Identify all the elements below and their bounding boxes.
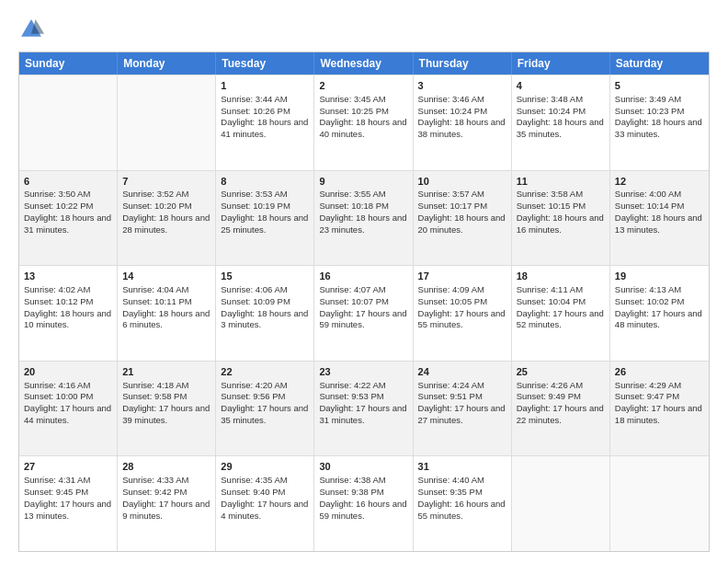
- day-number: 1: [221, 79, 309, 93]
- day-info: Sunset: 10:12 PM: [24, 296, 112, 308]
- day-info: Sunrise: 3:57 AM: [418, 189, 506, 201]
- day-number: 13: [24, 270, 112, 283]
- calendar-page: SundayMondayTuesdayWednesdayThursdayFrid…: [0, 0, 728, 563]
- day-info: Sunrise: 3:45 AM: [319, 94, 407, 106]
- day-number: 20: [24, 365, 112, 379]
- day-info: Daylight: 18 hours and 13 minutes.: [615, 213, 704, 236]
- day-info: Daylight: 17 hours and 9 minutes.: [122, 499, 210, 523]
- day-number: 9: [319, 175, 407, 189]
- day-info: Daylight: 18 hours and 40 minutes.: [319, 117, 407, 141]
- calendar-cell: 16Sunrise: 4:07 AMSunset: 10:07 PMDaylig…: [314, 266, 413, 361]
- day-info: Sunrise: 3:55 AM: [319, 189, 407, 201]
- day-info: Sunrise: 3:44 AM: [221, 94, 309, 106]
- calendar-cell: 7Sunrise: 3:52 AMSunset: 10:20 PMDayligh…: [118, 171, 216, 266]
- calendar-cell: 1Sunrise: 3:44 AMSunset: 10:26 PMDayligh…: [216, 75, 314, 170]
- day-number: 18: [517, 270, 605, 283]
- calendar-cell: 19Sunrise: 4:13 AMSunset: 10:02 PMDaylig…: [610, 266, 709, 361]
- day-info: Daylight: 17 hours and 35 minutes.: [221, 403, 309, 427]
- day-info: Sunrise: 4:35 AM: [221, 475, 309, 487]
- day-number: 26: [615, 365, 704, 379]
- day-info: Sunset: 9:40 PM: [221, 487, 309, 499]
- day-number: 4: [517, 79, 605, 93]
- calendar-cell: 31Sunrise: 4:40 AMSunset: 9:35 PMDayligh…: [414, 456, 512, 551]
- day-number: 25: [517, 365, 605, 379]
- header-tuesday: Tuesday: [216, 52, 314, 75]
- calendar-cell: 20Sunrise: 4:16 AMSunset: 10:00 PMDaylig…: [19, 362, 118, 456]
- calendar-cell: 11Sunrise: 3:58 AMSunset: 10:15 PMDaylig…: [512, 171, 610, 266]
- calendar-cell: 18Sunrise: 4:11 AMSunset: 10:04 PMDaylig…: [512, 266, 610, 361]
- day-info: Sunset: 9:51 PM: [418, 391, 506, 403]
- day-info: Daylight: 17 hours and 44 minutes.: [24, 403, 112, 427]
- calendar-cell: 5Sunrise: 3:49 AMSunset: 10:23 PMDayligh…: [610, 75, 709, 170]
- day-info: Daylight: 17 hours and 22 minutes.: [517, 403, 605, 427]
- day-info: Sunset: 10:24 PM: [517, 106, 605, 118]
- day-info: Sunrise: 4:16 AM: [24, 380, 112, 392]
- header-monday: Monday: [118, 52, 216, 75]
- header-saturday: Saturday: [610, 52, 709, 75]
- header-sunday: Sunday: [19, 52, 118, 75]
- day-info: Sunset: 9:38 PM: [319, 487, 407, 499]
- calendar-cell: [19, 75, 118, 170]
- day-info: Daylight: 17 hours and 52 minutes.: [517, 308, 605, 332]
- calendar-cell: 22Sunrise: 4:20 AMSunset: 9:56 PMDayligh…: [216, 362, 314, 456]
- day-info: Sunrise: 3:52 AM: [122, 189, 210, 201]
- day-info: Sunrise: 3:58 AM: [517, 189, 605, 201]
- day-number: 12: [615, 175, 704, 189]
- day-number: 11: [517, 175, 605, 189]
- day-info: Sunrise: 4:18 AM: [122, 380, 210, 392]
- day-info: Sunset: 9:56 PM: [221, 391, 309, 403]
- day-number: 24: [418, 365, 506, 379]
- day-info: Sunrise: 4:06 AM: [221, 284, 309, 296]
- calendar-cell: 23Sunrise: 4:22 AMSunset: 9:53 PMDayligh…: [314, 362, 413, 456]
- day-info: Daylight: 17 hours and 4 minutes.: [221, 499, 309, 523]
- calendar-cell: [118, 75, 216, 170]
- day-info: Sunrise: 4:07 AM: [319, 284, 407, 296]
- calendar-row: 13Sunrise: 4:02 AMSunset: 10:12 PMDaylig…: [19, 265, 709, 361]
- day-info: Daylight: 18 hours and 38 minutes.: [418, 117, 506, 141]
- day-number: 7: [122, 175, 210, 189]
- calendar-cell: 21Sunrise: 4:18 AMSunset: 9:58 PMDayligh…: [118, 362, 216, 456]
- day-number: 6: [24, 175, 112, 189]
- day-info: Sunrise: 3:50 AM: [24, 189, 112, 201]
- calendar-header: SundayMondayTuesdayWednesdayThursdayFrid…: [19, 52, 709, 75]
- day-info: Daylight: 18 hours and 16 minutes.: [517, 213, 605, 236]
- day-info: Sunset: 10:07 PM: [319, 296, 407, 308]
- day-info: Daylight: 18 hours and 33 minutes.: [615, 117, 704, 141]
- calendar-cell: 4Sunrise: 3:48 AMSunset: 10:24 PMDayligh…: [512, 75, 610, 170]
- day-info: Sunset: 10:02 PM: [615, 296, 704, 308]
- day-info: Daylight: 18 hours and 31 minutes.: [24, 213, 112, 236]
- header-friday: Friday: [512, 52, 610, 75]
- day-info: Sunrise: 4:00 AM: [615, 189, 704, 201]
- calendar-row: 27Sunrise: 4:31 AMSunset: 9:45 PMDayligh…: [19, 455, 709, 551]
- day-number: 8: [221, 175, 309, 189]
- calendar-cell: 10Sunrise: 3:57 AMSunset: 10:17 PMDaylig…: [414, 171, 512, 266]
- day-number: 2: [319, 79, 407, 93]
- day-info: Sunrise: 4:11 AM: [517, 284, 605, 296]
- day-info: Sunrise: 4:31 AM: [24, 475, 112, 487]
- day-info: Sunrise: 3:49 AM: [615, 94, 704, 106]
- day-info: Sunrise: 4:33 AM: [122, 475, 210, 487]
- calendar-cell: 14Sunrise: 4:04 AMSunset: 10:11 PMDaylig…: [118, 266, 216, 361]
- calendar-cell: 15Sunrise: 4:06 AMSunset: 10:09 PMDaylig…: [216, 266, 314, 361]
- day-info: Sunset: 9:49 PM: [517, 391, 605, 403]
- calendar-row: 6Sunrise: 3:50 AMSunset: 10:22 PMDayligh…: [19, 170, 709, 266]
- day-info: Sunrise: 4:02 AM: [24, 284, 112, 296]
- day-info: Sunset: 10:22 PM: [24, 201, 112, 213]
- calendar-cell: 29Sunrise: 4:35 AMSunset: 9:40 PMDayligh…: [216, 456, 314, 551]
- calendar-cell: [512, 456, 610, 551]
- day-info: Daylight: 16 hours and 59 minutes.: [319, 499, 407, 523]
- calendar-cell: 2Sunrise: 3:45 AMSunset: 10:25 PMDayligh…: [314, 75, 413, 170]
- calendar-cell: 27Sunrise: 4:31 AMSunset: 9:45 PMDayligh…: [19, 456, 118, 551]
- calendar-cell: 24Sunrise: 4:24 AMSunset: 9:51 PMDayligh…: [414, 362, 512, 456]
- day-info: Sunset: 10:19 PM: [221, 201, 309, 213]
- page-header: [18, 17, 710, 42]
- day-info: Daylight: 17 hours and 31 minutes.: [319, 403, 407, 427]
- day-info: Daylight: 18 hours and 6 minutes.: [122, 308, 210, 332]
- day-info: Sunset: 10:14 PM: [615, 201, 704, 213]
- day-info: Daylight: 17 hours and 13 minutes.: [24, 499, 112, 523]
- day-number: 31: [418, 460, 506, 474]
- day-info: Sunrise: 4:26 AM: [517, 380, 605, 392]
- day-info: Daylight: 18 hours and 20 minutes.: [418, 213, 506, 236]
- header-wednesday: Wednesday: [314, 52, 413, 75]
- calendar-cell: 13Sunrise: 4:02 AMSunset: 10:12 PMDaylig…: [19, 266, 118, 361]
